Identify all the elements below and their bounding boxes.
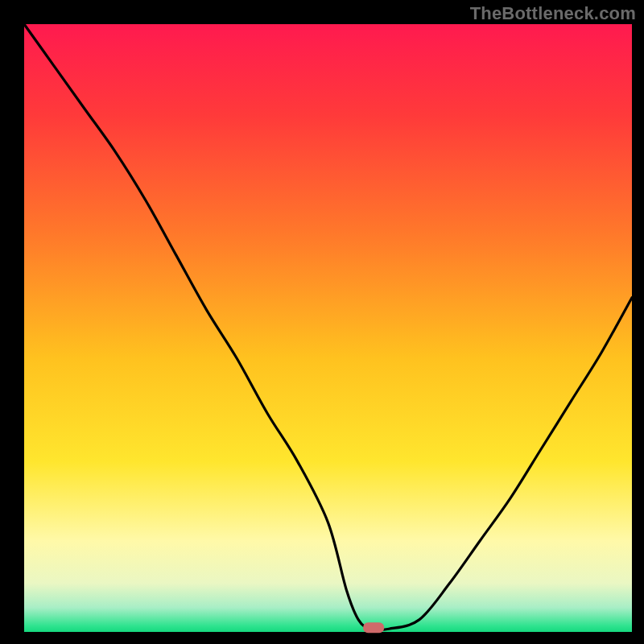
optimal-point-marker: [363, 622, 384, 633]
watermark-text: TheBottleneck.com: [470, 3, 636, 24]
chart-container: TheBottleneck.com: [0, 0, 644, 644]
chart-gradient-bg: [24, 24, 632, 632]
bottleneck-chart: [0, 0, 644, 644]
